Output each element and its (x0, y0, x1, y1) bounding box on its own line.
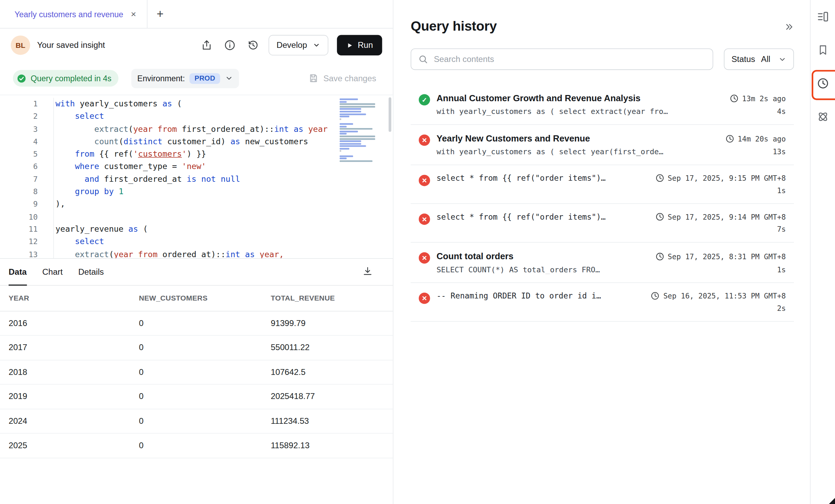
close-tab-icon[interactable]: × (131, 9, 136, 19)
insight-header: BL Your saved insight Develop Run (0, 29, 393, 62)
bookmark-button[interactable] (816, 43, 830, 57)
table-cell: 0 (130, 409, 262, 433)
table-row[interactable]: 20240111234.53 (0, 409, 393, 433)
avatar[interactable]: BL (11, 35, 30, 55)
table-cell: 0 (130, 433, 262, 458)
share-button[interactable] (199, 38, 214, 52)
column-header: NEW_CUSTOMERS (130, 286, 262, 311)
code-line[interactable]: 1with yearly_customers as ( (0, 98, 393, 110)
clock-icon (730, 94, 738, 103)
success-icon: ✓ (419, 94, 430, 105)
table-row[interactable]: 20180107642.5 (0, 360, 393, 384)
version-history-button[interactable] (246, 38, 260, 52)
history-item[interactable]: ✕Yearly New Customers and Revenue14m 20s… (411, 125, 794, 165)
sql-editor[interactable]: 1with yearly_customers as (2 select3 ext… (0, 95, 393, 258)
clock-icon (655, 174, 664, 182)
history-list: ✓Annual Customer Growth and Revenue Anal… (411, 84, 794, 322)
code-line[interactable]: 3 extract(year from first_ordered_at)::i… (0, 123, 393, 135)
line-number: 4 (0, 136, 38, 148)
history-item[interactable]: ✕select * from {{ ref("order_items")…Sep… (411, 165, 794, 204)
code-line[interactable]: 10 (0, 211, 393, 223)
error-icon: ✕ (419, 135, 430, 146)
develop-button[interactable]: Develop (268, 35, 328, 55)
results-table-head-row: YEARNEW_CUSTOMERSTOTAL_REVENUE (0, 286, 393, 311)
search-box (411, 49, 713, 70)
history-item-time: Sep 17, 2025, 9:14 PM GMT+8 (655, 212, 786, 221)
history-item-time: Sep 17, 2025, 8:31 PM GMT+8 (655, 252, 786, 261)
code-text (53, 211, 393, 223)
table-cell: 107642.5 (262, 360, 393, 384)
code-line[interactable]: 4 count(distinct customer_id) as new_cus… (0, 136, 393, 148)
code-line[interactable]: 7 and first_ordered_at is not null (0, 173, 393, 186)
search-input[interactable] (411, 49, 713, 70)
table-row[interactable]: 20250115892.13 (0, 433, 393, 458)
share-icon (200, 39, 212, 51)
line-number: 11 (0, 223, 38, 235)
table-row[interactable]: 20170550011.22 (0, 335, 393, 360)
table-cell: 0 (130, 311, 262, 335)
table-cell: 115892.13 (262, 433, 393, 458)
code-line[interactable]: 6 where customer_type = 'new' (0, 160, 393, 173)
lineage-button[interactable] (816, 110, 830, 124)
collapse-panel-button[interactable] (784, 22, 794, 33)
history-item-title: select * from {{ ref("order_items")… (436, 212, 606, 221)
status-filter[interactable]: Status All (724, 49, 794, 70)
query-history-controls: Status All (411, 49, 794, 70)
right-icon-rail (810, 0, 835, 504)
code-line[interactable]: 13 extract(year from ordered_at)::int as… (0, 248, 393, 258)
tab-data[interactable]: Data (9, 259, 27, 285)
code-lines: 1with yearly_customers as (2 select3 ext… (0, 98, 393, 258)
environment-selector[interactable]: Environment: PROD (131, 69, 239, 88)
environment-badge: PROD (190, 73, 220, 84)
layout-panel-button[interactable] (816, 10, 830, 24)
clock-icon (655, 212, 664, 221)
tab-chart[interactable]: Chart (42, 259, 63, 285)
code-line[interactable]: 5 from {{ ref('customers') }} (0, 148, 393, 160)
results-tabs: DataChartDetails (9, 259, 104, 285)
info-icon (224, 39, 236, 51)
table-row[interactable]: 2016091399.79 (0, 311, 393, 335)
history-item-duration: 1s (777, 186, 786, 195)
table-row[interactable]: 201902025418.77 (0, 384, 393, 409)
chevron-down-icon (312, 41, 320, 49)
line-number: 6 (0, 160, 38, 173)
history-item-duration: 4s (777, 107, 786, 116)
download-button[interactable] (362, 266, 373, 278)
tab-yearly-customers-and-revenue[interactable]: Yearly customers and revenue × (0, 0, 147, 28)
history-item-time: 13m 2s ago (730, 94, 786, 103)
new-tab-button[interactable]: + (157, 7, 164, 21)
table-cell: 2017 (0, 335, 130, 360)
layout-panel-icon (816, 10, 829, 23)
code-line[interactable]: 2 select (0, 111, 393, 123)
download-icon (362, 266, 373, 276)
save-changes-button[interactable]: Save changes (308, 73, 376, 84)
history-item[interactable]: ✕select * from {{ ref("order_items")…Sep… (411, 204, 794, 243)
clock-icon (655, 252, 664, 261)
history-item[interactable]: ✕Count total ordersSep 17, 2025, 8:31 PM… (411, 243, 794, 283)
code-line[interactable]: 11yearly_revenue as ( (0, 223, 393, 235)
code-line[interactable]: 9), (0, 198, 393, 211)
table-cell: 550011.22 (262, 335, 393, 360)
error-icon: ✕ (419, 252, 430, 264)
line-number: 1 (0, 98, 38, 110)
history-clock-icon (816, 77, 829, 90)
insight-title: Your saved insight (37, 40, 105, 50)
run-button[interactable]: Run (337, 35, 382, 55)
history-item[interactable]: ✕-- Renaming ORDER_ID to order_id i…Sep … (411, 283, 794, 322)
history-item[interactable]: ✓Annual Customer Growth and Revenue Anal… (411, 84, 794, 125)
history-item-preview: with yearly_customers as ( select year(f… (436, 147, 766, 156)
save-changes-label: Save changes (323, 73, 377, 83)
results-panel: DataChartDetails YEARNEW_CUSTOMERSTOTAL_… (0, 258, 393, 504)
clock-icon (725, 134, 734, 143)
info-button[interactable] (223, 38, 237, 52)
lineage-icon (816, 110, 829, 123)
history-item-duration: 7s (777, 225, 786, 233)
history-item-time: 14m 20s ago (725, 134, 786, 143)
minimap[interactable] (340, 98, 379, 162)
success-check-icon (17, 73, 26, 83)
query-history-button[interactable] (816, 76, 830, 91)
code-line[interactable]: 12 select (0, 236, 393, 248)
code-line[interactable]: 8 group by 1 (0, 186, 393, 198)
tab-details[interactable]: Details (78, 259, 104, 285)
editor-scrollbar[interactable] (389, 97, 391, 132)
